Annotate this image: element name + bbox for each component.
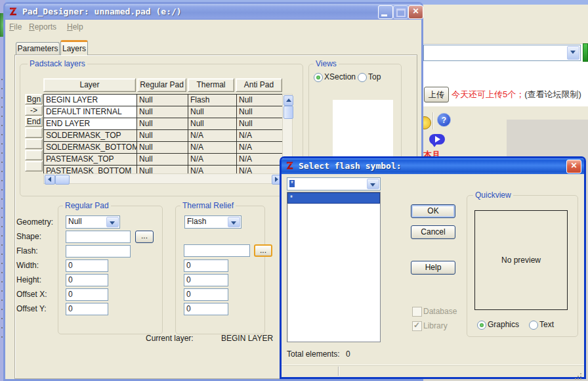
cell-anti[interactable]: Null xyxy=(237,95,285,106)
regular-geometry-combobox[interactable]: Null xyxy=(66,215,120,229)
table-horizontal-scrollbar[interactable] xyxy=(43,173,284,184)
thermal-value-field[interactable]: 0 xyxy=(184,303,228,315)
chevron-down-icon[interactable] xyxy=(567,46,579,60)
minimize-button[interactable] xyxy=(378,5,393,19)
menu-file[interactable]: File xyxy=(9,22,22,32)
thermal-value-field[interactable]: 0 xyxy=(184,288,228,301)
graphics-radio-label: Graphics xyxy=(488,320,519,329)
cell-layer[interactable]: PASTEMASK_TOP xyxy=(44,154,136,165)
background-edge-marks xyxy=(1,79,3,342)
cell-regular[interactable]: Null xyxy=(137,95,188,106)
regular-shape-browse-button[interactable]: ... xyxy=(135,231,154,243)
maximize-button xyxy=(393,5,408,19)
thermal-value-field[interactable]: 0 xyxy=(184,274,228,286)
upload-button[interactable]: 上传 xyxy=(424,87,449,102)
tab-layers[interactable]: Layers xyxy=(60,40,88,55)
symbol-list-item-selected[interactable]: * xyxy=(287,192,380,204)
select-flash-symbol-dialog: Select flash symbol: ✕ * * OK Cancel Hel… xyxy=(280,156,586,379)
width-label: Width: xyxy=(16,261,39,270)
thermal-geometry-combobox[interactable]: Flash xyxy=(184,215,242,229)
regular-flash-field[interactable] xyxy=(66,245,131,258)
help-circle-icon[interactable]: ? xyxy=(437,113,451,127)
cell-regular[interactable]: Null xyxy=(137,154,188,165)
regular-pad-group-label: Regular Pad xyxy=(63,202,111,210)
ok-button[interactable]: OK xyxy=(411,204,455,218)
symbol-filter-combobox[interactable]: * xyxy=(287,177,381,190)
cell-thermal[interactable]: Flash xyxy=(188,95,236,106)
dialog-close-button[interactable]: ✕ xyxy=(566,160,581,173)
symbol-list[interactable]: * xyxy=(287,192,381,342)
quota-note-text[interactable]: (查看论坛限制) xyxy=(524,89,581,99)
browser-address-combobox[interactable] xyxy=(423,45,581,61)
browser-go-button[interactable] xyxy=(583,43,588,62)
speech-bubble-glyph xyxy=(435,136,444,143)
database-checkbox-label: Database xyxy=(423,307,457,316)
regular-offset-x-field[interactable]: 0 xyxy=(66,288,108,301)
cell-anti[interactable]: N/A xyxy=(237,154,285,165)
scrollbar-thumb[interactable] xyxy=(55,175,70,185)
cell-anti[interactable]: Null xyxy=(237,118,285,129)
cell-thermal[interactable]: N/A xyxy=(188,130,236,141)
scrollbar-thumb[interactable] xyxy=(284,106,293,119)
cell-layer[interactable]: SOLDERMASK_TOP xyxy=(44,130,136,141)
column-header-layer[interactable]: Layer xyxy=(43,78,136,92)
cell-thermal[interactable]: N/A xyxy=(188,142,236,153)
geometry-label: Geometry: xyxy=(16,217,53,227)
cell-thermal[interactable]: Null xyxy=(188,118,236,129)
column-header-regular-pad[interactable]: Regular Pad xyxy=(137,78,186,92)
text-radio[interactable] xyxy=(529,321,538,330)
column-header-thermal-relief[interactable]: Thermal Relief xyxy=(188,78,234,92)
scroll-up-icon[interactable] xyxy=(284,95,293,106)
xsection-radio[interactable] xyxy=(314,73,323,82)
chevron-down-icon[interactable] xyxy=(228,217,240,227)
row-tag-end[interactable]: End xyxy=(25,116,43,127)
row-tag[interactable] xyxy=(25,150,43,160)
regular-offset-y-field[interactable]: 0 xyxy=(66,303,108,315)
cell-regular[interactable]: Null xyxy=(137,106,188,118)
cell-anti[interactable]: N/A xyxy=(237,142,285,153)
shape-label: Shape: xyxy=(16,232,41,241)
graphics-radio[interactable] xyxy=(477,321,486,330)
row-tag[interactable] xyxy=(25,139,43,149)
screen: 上传 今天还可上传5个；(查看论坛限制) ? 本月 Pad_Designer: … xyxy=(0,0,588,381)
tab-parameters[interactable]: Parameters xyxy=(16,42,60,55)
cell-thermal[interactable]: N/A xyxy=(188,154,236,165)
menu-reports[interactable]: Reports xyxy=(29,22,56,32)
dialog-title: Select flash symbol: xyxy=(299,158,402,174)
thermal-value-field[interactable]: 0 xyxy=(184,259,228,272)
cell-layer[interactable]: END LAYER xyxy=(44,118,136,129)
cell-anti[interactable]: N/A xyxy=(237,130,285,141)
column-header-anti-pad[interactable]: Anti Pad xyxy=(236,78,282,92)
thermal-flash-field[interactable] xyxy=(184,244,250,257)
cell-layer[interactable]: SOLDERMASK_BOTTOM xyxy=(44,142,136,153)
cell-thermal[interactable]: Null xyxy=(188,106,236,118)
regular-width-field[interactable]: 0 xyxy=(66,259,108,272)
scroll-left-icon[interactable] xyxy=(45,175,55,185)
regular-shape-field[interactable] xyxy=(66,231,131,243)
cell-regular[interactable]: Null xyxy=(137,142,188,153)
row-tag-bgn[interactable]: Bgn xyxy=(25,94,43,104)
cell-layer[interactable]: BEGIN LAYER xyxy=(44,95,136,106)
offset-y-label: Offset Y: xyxy=(16,304,47,313)
top-radio[interactable] xyxy=(358,73,367,82)
cell-regular[interactable]: Null xyxy=(137,118,188,129)
row-tag[interactable] xyxy=(25,161,43,171)
cell-regular[interactable]: Null xyxy=(137,130,188,141)
cancel-button[interactable]: Cancel xyxy=(411,225,455,239)
regular-height-field[interactable]: 0 xyxy=(66,274,108,286)
chevron-down-icon[interactable] xyxy=(106,217,119,227)
row-tag[interactable] xyxy=(25,127,43,138)
resize-grip[interactable] xyxy=(580,373,581,374)
row-tag-default[interactable]: -> xyxy=(25,105,43,116)
quota-red-text: 今天还可上传5个； xyxy=(452,89,524,99)
close-button[interactable]: ✕ xyxy=(408,5,423,19)
cell-anti[interactable]: Null xyxy=(237,106,285,118)
padstack-layers-group-label: Padstack layers xyxy=(28,60,87,68)
thermal-flash-browse-button[interactable]: ... xyxy=(254,244,272,257)
help-button[interactable]: Help xyxy=(411,261,455,275)
cell-layer[interactable]: DEFAULT INTERNAL xyxy=(44,106,136,118)
menu-help[interactable]: Help xyxy=(67,22,83,32)
current-layer-label: Current layer: xyxy=(146,334,194,343)
top-radio-label: Top xyxy=(368,72,381,81)
chevron-down-icon[interactable] xyxy=(367,179,379,189)
